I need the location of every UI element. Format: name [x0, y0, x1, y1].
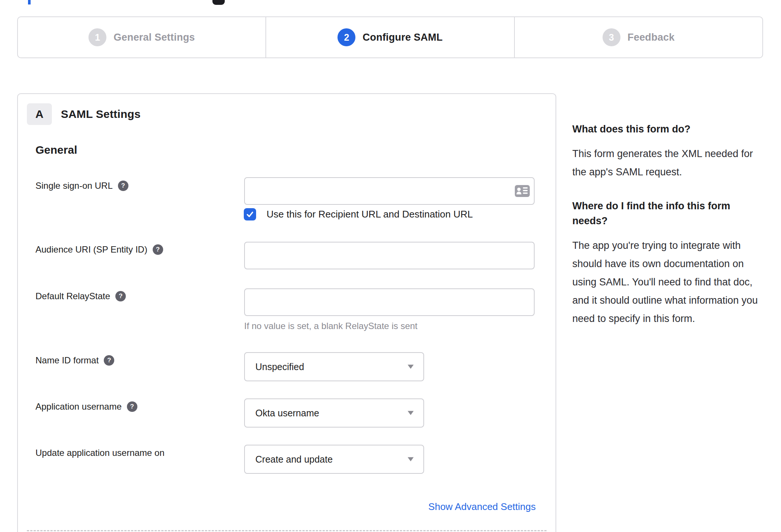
update-username-select[interactable]: Create and update	[244, 445, 424, 474]
app-username-label: Application username	[35, 401, 122, 412]
recipient-url-checkbox-label[interactable]: Use this for Recipient URL and Destinati…	[267, 208, 473, 220]
panel-title: SAML Settings	[61, 103, 141, 125]
step-1-label: General Settings	[113, 32, 195, 43]
name-id-format-label: Name ID format	[35, 355, 99, 366]
relaystate-label: Default RelayState	[35, 291, 110, 301]
audience-uri-label: Audience URI (SP Entity ID)	[35, 244, 147, 255]
help-body-where: The app you're trying to integrate with …	[572, 237, 768, 328]
sso-url-label-row: Single sign-on URL ?	[35, 181, 128, 191]
app-username-value: Okta username	[255, 408, 319, 419]
audience-uri-label-row: Audience URI (SP Entity ID) ?	[35, 244, 163, 255]
saml-settings-panel: A SAML Settings General Single sign-on U…	[17, 93, 556, 532]
saml-setup-page: 1 General Settings 2 Configure SAML 3 Fe…	[0, 0, 781, 532]
chevron-down-icon	[408, 411, 414, 415]
sso-url-help-icon[interactable]: ?	[118, 181, 128, 191]
help-body-what: This form generates the XML needed for t…	[572, 145, 768, 181]
step-2-number: 2	[344, 32, 349, 43]
step-3-number: 3	[609, 32, 614, 43]
app-username-help-icon[interactable]: ?	[127, 401, 137, 412]
app-username-select[interactable]: Okta username	[244, 398, 424, 428]
contact-card-icon	[515, 185, 530, 197]
audience-uri-input[interactable]	[244, 242, 535, 269]
step-1-number: 1	[95, 32, 100, 43]
step-configure-saml[interactable]: 2 Configure SAML	[265, 17, 514, 57]
name-id-format-select[interactable]: Unspecified	[244, 352, 424, 381]
step-3-circle: 3	[603, 28, 620, 46]
sso-url-label: Single sign-on URL	[35, 181, 113, 191]
help-sidebar: What does this form do? This form genera…	[572, 122, 768, 328]
step-3-label: Feedback	[628, 32, 675, 43]
app-username-label-row: Application username ?	[35, 401, 137, 412]
section-a-badge-letter: A	[35, 108, 44, 121]
chevron-down-icon	[408, 457, 414, 461]
step-1-circle: 1	[88, 28, 106, 46]
step-general-settings[interactable]: 1 General Settings	[18, 17, 265, 57]
wizard-stepper: 1 General Settings 2 Configure SAML 3 Fe…	[17, 16, 763, 58]
name-id-format-help-icon[interactable]: ?	[104, 355, 114, 366]
audience-uri-help-icon[interactable]: ?	[153, 244, 163, 255]
name-id-format-label-row: Name ID format ?	[35, 355, 114, 366]
sso-url-input[interactable]	[244, 177, 535, 205]
update-username-label: Update application username on	[35, 448, 165, 458]
relaystate-label-row: Default RelayState ?	[35, 291, 126, 301]
section-a-badge: A	[27, 103, 52, 125]
show-advanced-settings-link[interactable]: Show Advanced Settings	[428, 501, 536, 513]
cropped-logo-fragment	[212, 0, 225, 5]
help-section-what: What does this form do? This form genera…	[572, 122, 768, 181]
help-heading-where: Where do I find the info this form needs…	[572, 198, 768, 228]
step-2-label: Configure SAML	[363, 32, 442, 43]
help-section-where: Where do I find the info this form needs…	[572, 198, 768, 328]
relaystate-help-icon[interactable]: ?	[115, 291, 126, 301]
cropped-title-fragment	[28, 0, 31, 4]
relaystate-hint: If no value is set, a blank RelayState i…	[244, 321, 417, 331]
checkmark-icon	[246, 210, 254, 219]
update-username-value: Create and update	[255, 454, 333, 465]
dashed-divider	[27, 530, 547, 531]
step-2-circle: 2	[337, 28, 355, 46]
general-section-heading: General	[35, 144, 77, 156]
name-id-format-value: Unspecified	[255, 362, 304, 372]
step-feedback[interactable]: 3 Feedback	[514, 17, 762, 57]
update-username-label-row: Update application username on	[35, 448, 165, 458]
sso-url-input-wrap	[244, 177, 535, 205]
relaystate-input[interactable]	[244, 288, 535, 316]
help-heading-what: What does this form do?	[572, 122, 768, 137]
recipient-url-checkbox[interactable]	[244, 208, 256, 220]
chevron-down-icon	[408, 365, 414, 369]
